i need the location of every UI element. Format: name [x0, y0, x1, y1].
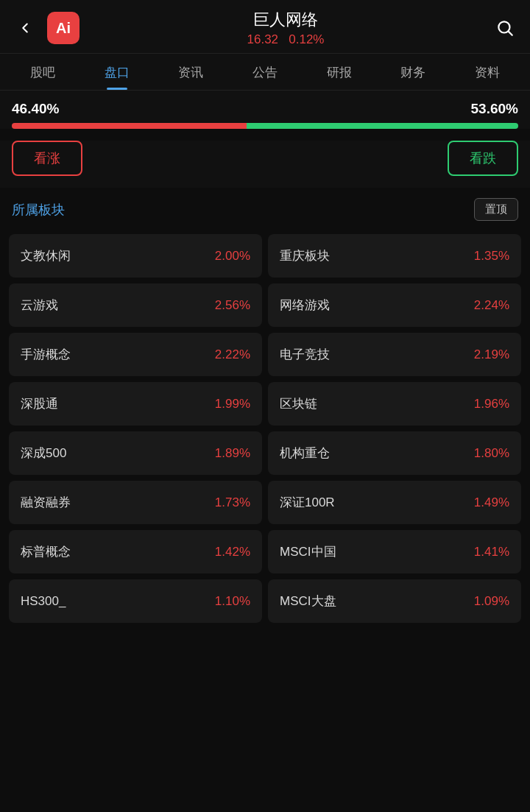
pin-button[interactable]: 置顶 [474, 198, 518, 221]
block-value-10: 1.73% [215, 495, 250, 510]
stock-title: 巨人网络 [80, 9, 492, 31]
sentiment-bar [12, 123, 518, 129]
block-item-13[interactable]: MSCI中国 1.41% [268, 530, 521, 573]
bear-bar [247, 123, 518, 129]
block-name-6: 深股通 [21, 395, 58, 412]
tab-zixun[interactable]: 资讯 [154, 54, 228, 90]
block-value-3: 2.24% [474, 298, 509, 313]
block-name-10: 融资融券 [21, 494, 71, 511]
block-name-5: 电子竞技 [280, 346, 330, 363]
bearish-button[interactable]: 看跌 [448, 141, 518, 176]
block-value-4: 2.22% [215, 347, 250, 362]
sentiment-buttons: 看涨 看跌 [0, 141, 530, 188]
block-name-15: MSCI大盘 [280, 593, 336, 610]
block-name-0: 文教休闲 [21, 247, 71, 264]
bear-percent: 53.60% [471, 101, 518, 117]
app-logo[interactable]: Ai [47, 12, 80, 44]
block-name-7: 区块链 [280, 395, 317, 412]
block-item-6[interactable]: 深股通 1.99% [9, 382, 262, 426]
block-value-11: 1.49% [474, 495, 509, 510]
header: Ai 巨人网络 16.32 0.12% [0, 0, 530, 54]
tab-caiwu[interactable]: 财务 [376, 54, 451, 90]
header-center: 巨人网络 16.32 0.12% [80, 9, 492, 47]
block-name-9: 机构重仓 [280, 445, 330, 462]
block-item-14[interactable]: HS300_ 1.10% [9, 579, 262, 623]
price-change: 0.12% [289, 32, 324, 46]
block-value-5: 2.19% [474, 347, 509, 362]
block-item-15[interactable]: MSCI大盘 1.09% [268, 579, 521, 623]
block-name-1: 重庆板块 [280, 247, 330, 264]
bullish-button[interactable]: 看涨 [12, 141, 82, 176]
block-value-13: 1.41% [474, 545, 509, 559]
block-value-1: 1.35% [474, 249, 509, 264]
tab-ziliao[interactable]: 资料 [450, 54, 524, 90]
header-left: Ai [12, 12, 80, 44]
block-item-9[interactable]: 机构重仓 1.80% [268, 431, 521, 475]
block-name-11: 深证100R [280, 494, 335, 511]
back-button[interactable] [12, 15, 38, 41]
search-button[interactable] [492, 15, 518, 41]
block-value-12: 1.42% [215, 545, 250, 559]
tab-yanbao[interactable]: 研报 [302, 54, 376, 90]
block-item-2[interactable]: 云游戏 2.56% [9, 283, 262, 327]
block-name-12: 标普概念 [21, 543, 71, 560]
block-item-8[interactable]: 深成500 1.89% [9, 431, 262, 475]
tab-pankou[interactable]: 盘口 [80, 54, 155, 90]
block-name-3: 网络游戏 [280, 297, 330, 314]
tab-guba[interactable]: 股吧 [6, 54, 80, 90]
block-value-9: 1.80% [474, 446, 509, 461]
progress-labels: 46.40% 53.60% [12, 101, 518, 117]
sentiment-section: 46.40% 53.60% [0, 91, 530, 129]
block-item-5[interactable]: 电子竞技 2.19% [268, 333, 521, 376]
block-value-15: 1.09% [474, 594, 509, 609]
block-value-6: 1.99% [215, 397, 250, 412]
stock-price: 16.32 0.12% [80, 32, 492, 47]
block-name-8: 深成500 [21, 445, 66, 462]
block-item-3[interactable]: 网络游戏 2.24% [268, 283, 521, 327]
block-value-8: 1.89% [215, 446, 250, 461]
block-name-14: HS300_ [21, 594, 66, 609]
block-item-7[interactable]: 区块链 1.96% [268, 382, 521, 426]
block-item-12[interactable]: 标普概念 1.42% [9, 530, 262, 573]
block-name-2: 云游戏 [21, 297, 58, 314]
block-item-0[interactable]: 文教休闲 2.00% [9, 234, 262, 278]
block-name-4: 手游概念 [21, 346, 71, 363]
blocks-section-header: 所属板块 置顶 [0, 188, 530, 231]
block-item-1[interactable]: 重庆板块 1.35% [268, 234, 521, 278]
block-value-0: 2.00% [215, 249, 250, 264]
block-item-10[interactable]: 融资融券 1.73% [9, 481, 262, 524]
block-item-4[interactable]: 手游概念 2.22% [9, 333, 262, 376]
price-value: 16.32 [247, 32, 279, 46]
bull-bar [12, 123, 247, 129]
block-value-14: 1.10% [215, 594, 250, 609]
block-value-2: 2.56% [215, 298, 250, 313]
logo-text: Ai [56, 20, 71, 37]
tab-gonggao[interactable]: 公告 [228, 54, 303, 90]
block-name-13: MSCI中国 [280, 543, 336, 560]
bull-percent: 46.40% [12, 101, 59, 117]
blocks-grid: 文教休闲 2.00% 重庆板块 1.35% 云游戏 2.56% 网络游戏 2.2… [0, 231, 530, 632]
block-item-11[interactable]: 深证100R 1.49% [268, 481, 521, 524]
block-value-7: 1.96% [474, 397, 509, 412]
tab-bar: 股吧 盘口 资讯 公告 研报 财务 资料 [0, 54, 530, 91]
section-title: 所属板块 [12, 201, 65, 219]
